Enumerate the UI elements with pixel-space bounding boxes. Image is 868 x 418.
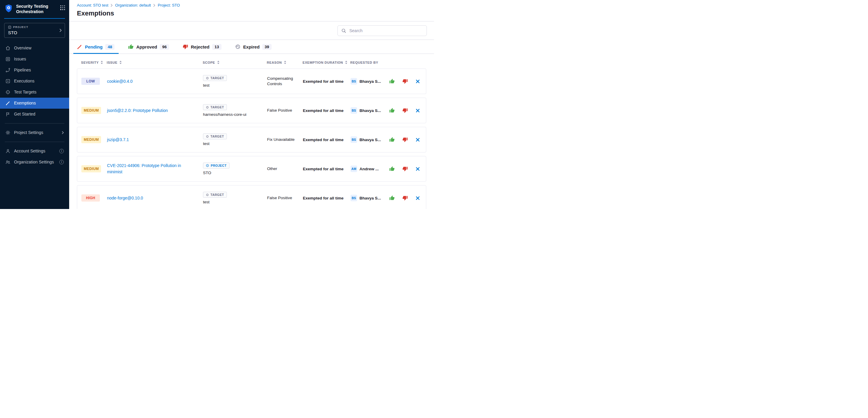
tab-label: Approved	[136, 44, 157, 49]
sidebar-item-issues[interactable]: Issues	[0, 54, 69, 65]
tab-pending[interactable]: Pending 48	[77, 40, 115, 54]
approve-button[interactable]	[389, 79, 395, 84]
issue-link[interactable]: cookie@0.4.0	[107, 78, 203, 84]
cancel-button[interactable]	[415, 167, 420, 171]
sidebar-item-test-targets[interactable]: Test Targets	[0, 86, 69, 98]
reject-button[interactable]	[402, 108, 408, 113]
scope-badge: PROJECT	[203, 163, 229, 169]
scope-type-label: PROJECT	[211, 164, 226, 167]
column-header-issue[interactable]: ISSUE	[107, 61, 203, 64]
cancel-button[interactable]	[415, 196, 420, 200]
search-input[interactable]	[349, 28, 423, 33]
requested-by: BS Bhavya S...	[350, 195, 389, 201]
tabs: Pending 48 Approved 96 Rejected 13 Expir…	[69, 40, 434, 54]
sidebar-item-organization-settings[interactable]: Organization Settings	[0, 156, 69, 168]
avatar: BS	[350, 136, 357, 143]
sidebar-item-project-settings[interactable]: Project Settings	[0, 127, 69, 138]
scope-type-label: TARGET	[211, 135, 224, 138]
scope-type-label: TARGET	[211, 193, 224, 197]
approve-button[interactable]	[389, 137, 395, 142]
requested-by: BS Bhavya S...	[350, 136, 389, 143]
sidebar-nav: Overview Issues Pipelines Executions Tes…	[0, 42, 69, 120]
sidebar-item-pipelines[interactable]: Pipelines	[0, 65, 69, 76]
exemptions-table: SEVERITY ISSUE SCOPE REASON EXEMPTION DU…	[69, 54, 434, 209]
sidebar-item-exemptions[interactable]: Exemptions	[0, 98, 69, 109]
gear-icon	[5, 130, 10, 135]
sidebar-item-label: Account Settings	[14, 148, 45, 153]
thumb-up-icon	[389, 79, 395, 84]
issue-link[interactable]: CVE-2021-44906: Prototype Pollution in m…	[107, 163, 203, 175]
apps-grid-icon[interactable]	[60, 5, 65, 10]
scope-badge: TARGET	[203, 75, 227, 81]
approve-button[interactable]	[389, 108, 395, 113]
harness-logo	[4, 4, 13, 13]
sort-arrows-icon	[217, 61, 220, 64]
reason: False Positive	[267, 195, 303, 201]
thumb-down-icon	[402, 137, 408, 142]
column-header-exemption-duration[interactable]: EXEMPTION DURATION	[303, 61, 350, 64]
sidebar-item-account-settings[interactable]: Account Settings	[0, 146, 69, 156]
thumb-down-icon	[183, 44, 188, 49]
issue-link[interactable]: node-forge@0.10.0	[107, 195, 203, 201]
requester-name: Bhavya S...	[360, 79, 381, 84]
exemption-duration: Exempted for all time	[303, 138, 350, 142]
issue-link[interactable]: jszip@3.7.1	[107, 137, 203, 143]
table-row: MEDIUM jszip@3.7.1 TARGET test Fix Unava…	[77, 127, 426, 152]
scope-badge: TARGET	[203, 192, 227, 198]
sidebar-item-get-started[interactable]: Get Started	[0, 109, 69, 120]
search-box[interactable]	[337, 25, 427, 36]
scope-type-label: TARGET	[211, 105, 224, 109]
column-header-severity[interactable]: SEVERITY	[77, 61, 107, 64]
sort-arrows-icon	[284, 61, 286, 64]
column-header-reason[interactable]: REASON	[267, 61, 303, 64]
sidebar-item-executions[interactable]: Executions	[0, 76, 69, 86]
sidebar-item-label: Pipelines	[14, 68, 31, 72]
breadcrumb-link-project[interactable]: Project: STO	[158, 3, 180, 7]
exemption-duration: Exempted for all time	[303, 196, 350, 200]
severity-badge: MEDIUM	[82, 107, 101, 114]
breadcrumb-link-organization[interactable]: Organization: default	[115, 3, 151, 7]
pipeline-icon	[5, 68, 10, 73]
breadcrumb-link-account[interactable]: Account: STO test	[77, 3, 108, 7]
divider	[5, 123, 64, 124]
reject-button[interactable]	[402, 79, 408, 84]
approve-button[interactable]	[389, 195, 395, 201]
reject-button[interactable]	[402, 137, 408, 142]
tab-rejected[interactable]: Rejected 13	[183, 40, 221, 54]
tab-label: Rejected	[191, 44, 210, 49]
person-icon	[5, 148, 10, 153]
tab-expired[interactable]: Expired 39	[235, 40, 272, 54]
project-selector[interactable]: PROJECT STO	[4, 23, 65, 38]
tab-count-badge: 13	[212, 44, 221, 50]
thumb-up-icon	[389, 108, 395, 113]
reject-button[interactable]	[402, 166, 408, 172]
sidebar-item-label: Get Started	[14, 112, 35, 116]
reject-button[interactable]	[402, 195, 408, 201]
avatar: BS	[350, 195, 357, 201]
approve-button[interactable]	[389, 166, 395, 172]
history-clock-icon	[235, 44, 241, 49]
chevron-right-icon	[62, 131, 64, 134]
info-icon[interactable]	[59, 149, 64, 153]
reason: False Positive	[267, 108, 303, 113]
tab-count-badge: 48	[105, 44, 115, 50]
requester-name: Bhavya S...	[360, 108, 381, 113]
severity-badge: MEDIUM	[82, 165, 101, 172]
tab-approved[interactable]: Approved 96	[128, 40, 169, 54]
cancel-button[interactable]	[415, 108, 420, 113]
flag-icon	[5, 112, 10, 117]
play-box-icon	[5, 79, 10, 84]
info-icon[interactable]	[59, 160, 64, 164]
reason: Fix Unavailable	[267, 137, 303, 142]
issue-link[interactable]: json5@2.2.0: Prototype Pollution	[107, 107, 203, 114]
table-row: HIGH node-forge@0.10.0 TARGET test False…	[77, 185, 426, 209]
sidebar-item-overview[interactable]: Overview	[0, 42, 69, 54]
column-header-scope[interactable]: SCOPE	[203, 61, 267, 64]
project-label: PROJECT	[13, 26, 28, 29]
cancel-button[interactable]	[415, 79, 420, 84]
sidebar-item-label: Issues	[14, 57, 26, 61]
close-x-icon	[415, 108, 420, 113]
search-icon	[341, 28, 346, 33]
cancel-button[interactable]	[415, 138, 420, 142]
requested-by: AM Andrew ...	[350, 166, 389, 172]
